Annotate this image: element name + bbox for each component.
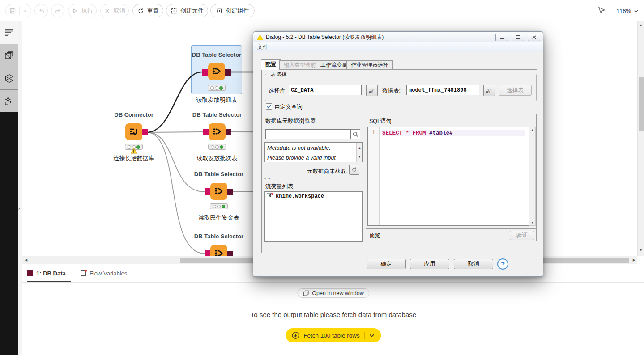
menu-file[interactable]: 文件 [257,43,268,51]
node-title: DB Table Selector [188,51,246,58]
table-input[interactable] [406,85,479,95]
tab-flow-variables-label: Flow Variables [90,270,127,277]
create-metanode-label: 创建元件 [180,7,204,15]
schema-input[interactable] [289,85,362,95]
metadata-mini-scrollbar[interactable]: ▲▼ [356,143,362,162]
node-label[interactable]: 连接长治数据库 [105,154,163,162]
traffic-lights [208,85,226,91]
fetch-button-divider [365,332,365,339]
warning-icon [130,148,137,154]
close-button[interactable] [528,34,540,41]
tab-flow-variables[interactable]: Flow Variables [81,264,127,282]
tab-config[interactable]: 配置 [261,59,281,70]
traffic-lights [210,203,228,209]
help-button[interactable]: ? [497,258,508,270]
output-port[interactable] [142,129,148,135]
table-flow-variable-button[interactable]: V [483,85,495,96]
node-label[interactable]: 读取发放明细表 [188,96,246,104]
scroll-up-arrow[interactable]: ▲ [639,23,643,27]
refresh-metadata-button[interactable] [349,165,359,175]
cancel-execution-button[interactable]: 取消 [100,4,129,17]
select-table-button[interactable]: 选择表 [499,85,532,96]
sql-editor-scrollbar[interactable]: ▲▼ [529,127,536,226]
tab-job-manager[interactable]: 作业管理器选择 [346,60,393,70]
node-label[interactable]: 读取发放批次表 [188,154,246,162]
output-port[interactable] [227,189,233,195]
sql-code-area[interactable]: SELECT * FROM #table# [380,127,529,225]
node-config-dialog: Dialog - 5:2 - DB Table Selector (读取发放明细… [253,31,543,277]
input-port[interactable] [205,188,210,195]
output-port[interactable] [226,129,231,135]
fetch-options-chevron-icon[interactable] [369,333,375,338]
open-in-new-window-button[interactable]: Open in new window [297,288,369,298]
validate-button[interactable]: 验证 [510,231,534,240]
sidebar-item-node-repository[interactable] [0,67,18,89]
create-metanode-button[interactable]: 创建元件 [166,4,208,17]
node-icon[interactable] [125,123,142,140]
maximize-button[interactable] [512,34,524,41]
tab-db-data[interactable]: 1: DB Data [27,264,66,282]
input-port[interactable] [202,69,208,76]
flow-variable-item[interactable]: S knime.workspace [265,192,362,201]
refresh-icon [351,167,357,173]
create-component-button[interactable]: 创建组件 [210,4,255,17]
db-data-port-icon [27,270,33,276]
flow-variable-list-title: 流变量列表 [265,183,294,190]
redo-button[interactable] [51,4,64,17]
fetch-rows-button[interactable]: Fetch 100 table rows [286,328,381,342]
sidebar-item-description[interactable] [0,21,18,44]
metadata-browser-title: 数据库元数据浏览器 [265,118,316,125]
undo-icon [38,8,45,14]
minimize-button[interactable] [495,34,508,41]
zoom-level[interactable]: 116% [617,8,631,14]
cancel-dialog-button[interactable]: 取消 [454,259,493,269]
node-icon[interactable] [209,123,226,140]
preview-label: 预览 [369,232,380,240]
scroll-right-arrow[interactable]: ▶ [633,258,635,262]
undo-button[interactable] [34,4,48,17]
sidebar-item-ai-assistant[interactable] [0,89,18,112]
scroll-down-arrow[interactable]: ▼ [639,248,643,252]
node-icon[interactable] [210,183,227,200]
ok-button[interactable]: 确定 [367,259,406,269]
canvas-vertical-scrollbar[interactable]: ▲ ▼ [637,21,644,256]
node-icon[interactable] [210,245,227,256]
input-port[interactable] [205,250,210,256]
sql-panel-title: SQL语句 [369,118,392,125]
sparkle-icon [4,96,14,106]
schema-flow-variable-button[interactable]: V [366,85,378,96]
reset-button[interactable]: 重置 [132,4,163,17]
table-selection-group-title: 表选择 [269,71,289,78]
node-icon[interactable] [208,63,225,80]
v-scroll-thumb[interactable] [639,77,644,131]
zoom-chevron-icon[interactable] [634,8,639,13]
metadata-search-input[interactable] [265,129,351,139]
apply-button[interactable]: 应用 [410,259,449,269]
save-button[interactable] [5,4,31,17]
custom-query-checkbox[interactable] [266,103,272,110]
flow-variable-list[interactable]: S knime.workspace [264,191,363,242]
dialog-titlebar[interactable]: Dialog - 5:2 - DB Table Selector (读取发放明细… [253,32,543,42]
scroll-left-arrow[interactable]: ◀ [25,258,27,262]
tab-input-type-mapping[interactable]: 输入类型映射 [279,60,320,70]
metadata-message-box: Metadata is not available. Please provid… [264,142,363,162]
node-label[interactable]: 读取民生资金表 [190,214,248,222]
custom-query-label: 自定义查询 [274,103,303,111]
traffic-lights [208,144,226,150]
open-in-new-window-label: Open in new window [312,290,363,296]
execute-button[interactable]: 执行 [68,4,97,17]
output-port[interactable] [225,69,231,76]
app-sidebar [0,21,18,355]
output-port[interactable] [227,251,233,256]
panel-splitter: › [18,21,22,355]
question-mark-icon: ? [501,260,505,268]
schema-label: 选择库 [269,87,286,95]
expand-panel-arrow[interactable]: › [18,206,20,211]
sql-line-1: SELECT * FROM #table# [382,130,525,136]
fetch-rows-label: Fetch 100 table rows [303,332,359,339]
node-title: DB Table Selector [190,171,248,178]
input-port[interactable] [203,129,209,135]
metadata-search-button[interactable] [351,129,360,139]
sidebar-item-workflow-monitor[interactable] [0,44,18,67]
sql-editor[interactable]: 1 SELECT * FROM #table# [367,127,529,226]
